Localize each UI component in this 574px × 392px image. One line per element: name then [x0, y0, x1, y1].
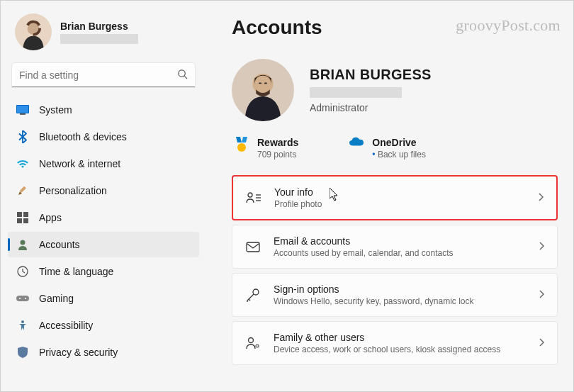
card-sub: Windows Hello, security key, password, d…: [274, 296, 526, 306]
hero-email-redacted: [310, 87, 402, 98]
sidebar-item-label: Accessibility: [39, 320, 93, 331]
svg-line-3: [184, 76, 187, 79]
svg-rect-6: [20, 113, 26, 115]
chevron-right-icon: [539, 337, 544, 349]
shield-icon: [16, 346, 29, 359]
card-your-info[interactable]: Your info Profile photo: [232, 175, 558, 220]
gamepad-icon: [16, 292, 29, 305]
search-input[interactable]: [12, 63, 195, 87]
profile-name: Brian Burgess: [60, 21, 138, 32]
system-icon: [16, 103, 29, 116]
rewards-text: Rewards 709 points: [257, 137, 298, 159]
sidebar-item-apps[interactable]: Apps: [8, 205, 199, 230]
svg-point-17: [21, 320, 24, 323]
clock-icon: [16, 265, 29, 278]
card-sub: Profile photo: [274, 199, 525, 209]
svg-rect-11: [23, 218, 28, 223]
svg-point-21: [237, 143, 246, 152]
sidebar-item-label: Apps: [39, 212, 62, 223]
card-sub: Accounts used by email, calendar, and co…: [274, 248, 526, 258]
card-title: Email & accounts: [274, 235, 526, 247]
accessibility-icon: [16, 319, 29, 332]
sidebar-item-label: Privacy & security: [39, 347, 118, 358]
card-email[interactable]: Email & accounts Accounts used by email,…: [232, 225, 558, 269]
svg-point-27: [253, 289, 259, 295]
apps-icon: [16, 211, 29, 224]
bluetooth-icon: [16, 130, 29, 143]
key-icon: [245, 287, 261, 303]
card-text: Email & accounts Accounts used by email,…: [274, 235, 526, 258]
card-text: Your info Profile photo: [274, 186, 525, 209]
sidebar-item-privacy[interactable]: Privacy & security: [8, 340, 199, 365]
email-icon: [245, 239, 261, 254]
sidebar-item-label: Gaming: [39, 293, 74, 304]
sidebar-item-accessibility[interactable]: Accessibility: [8, 313, 199, 338]
svg-rect-26: [247, 242, 259, 252]
svg-rect-5: [17, 106, 28, 113]
onedrive-sub: Back up files: [372, 150, 426, 159]
rewards-title: Rewards: [257, 137, 298, 148]
svg-point-22: [248, 193, 252, 197]
hero-text: BRIAN BURGESS Administrator: [310, 67, 432, 113]
avatar: [15, 13, 52, 50]
card-title: Family & other users: [274, 332, 526, 343]
sidebar-item-time[interactable]: Time & language: [8, 259, 199, 284]
hero-avatar: [232, 59, 294, 121]
svg-rect-7: [20, 186, 26, 193]
sidebar-item-label: System: [39, 104, 72, 116]
sidebar-nav: System Bluetooth & devices Network & int…: [8, 97, 199, 365]
svg-point-15: [19, 298, 21, 299]
onedrive-item[interactable]: OneDrive Back up files: [349, 137, 426, 159]
svg-point-2: [179, 70, 185, 77]
settings-app: Brian Burgess System Bluetooth & devi: [1, 1, 573, 391]
onedrive-title: OneDrive: [372, 137, 426, 148]
card-title: Sign-in options: [274, 284, 526, 295]
people-icon: [245, 335, 261, 351]
info-row: Rewards 709 points OneDrive Back up file…: [232, 137, 558, 159]
sidebar-item-label: Time & language: [39, 266, 113, 277]
watermark: groovyPost.com: [456, 16, 561, 35]
account-hero: BRIAN BURGESS Administrator: [232, 59, 558, 121]
rewards-item[interactable]: Rewards 709 points: [235, 137, 298, 159]
sidebar-item-label: Bluetooth & devices: [39, 131, 127, 142]
sidebar-item-label: Personalization: [39, 185, 107, 196]
card-text: Family & other users Device access, work…: [274, 332, 526, 354]
settings-cards: Your info Profile photo Email & accounts…: [232, 175, 558, 365]
search-wrap: [12, 63, 195, 87]
chevron-right-icon: [539, 241, 544, 252]
sidebar: Brian Burgess System Bluetooth & devi: [1, 1, 206, 391]
svg-point-28: [249, 338, 254, 343]
card-family[interactable]: Family & other users Device access, work…: [232, 321, 558, 365]
hero-role: Administrator: [310, 102, 432, 113]
sidebar-profile[interactable]: Brian Burgess: [8, 13, 199, 63]
svg-rect-9: [23, 212, 28, 217]
wifi-icon: [16, 157, 29, 170]
profile-text: Brian Burgess: [60, 21, 138, 44]
profile-email-redacted: [60, 34, 138, 44]
chevron-right-icon: [539, 289, 544, 301]
sidebar-item-personalization[interactable]: Personalization: [8, 178, 199, 203]
onedrive-text: OneDrive Back up files: [372, 137, 426, 159]
svg-rect-8: [17, 212, 22, 217]
svg-rect-10: [17, 218, 22, 223]
paintbrush-icon: [16, 184, 29, 197]
sidebar-item-network[interactable]: Network & internet: [8, 151, 199, 177]
card-text: Sign-in options Windows Hello, security …: [274, 284, 526, 306]
rewards-icon: [235, 137, 249, 151]
rewards-sub: 709 points: [257, 150, 298, 159]
card-signin[interactable]: Sign-in options Windows Hello, security …: [232, 273, 558, 317]
hero-name: BRIAN BURGESS: [310, 67, 432, 83]
svg-rect-20: [264, 82, 267, 84]
svg-rect-14: [16, 296, 29, 301]
sidebar-item-label: Accounts: [39, 239, 80, 250]
sidebar-item-gaming[interactable]: Gaming: [8, 286, 199, 311]
svg-point-12: [21, 240, 26, 245]
card-sub: Device access, work or school users, kio…: [274, 345, 526, 354]
person-icon: [16, 238, 29, 251]
sidebar-item-accounts[interactable]: Accounts: [8, 232, 199, 257]
main-content: Accounts BRIAN BURGESS Administrator: [206, 1, 573, 391]
sidebar-item-bluetooth[interactable]: Bluetooth & devices: [8, 124, 199, 150]
svg-point-16: [25, 298, 26, 299]
svg-rect-19: [259, 82, 261, 84]
sidebar-item-system[interactable]: System: [8, 97, 199, 123]
